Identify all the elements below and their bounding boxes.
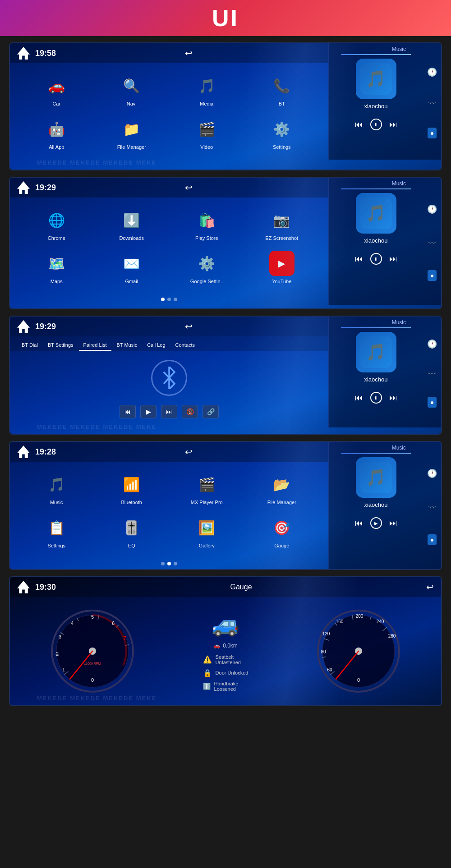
music-art-3[interactable]: 🎵 bbox=[356, 332, 396, 372]
app-mxplayer[interactable]: 🎬 MX Player Pro bbox=[169, 469, 244, 508]
app-music[interactable]: 🎵 Music bbox=[19, 469, 94, 508]
app-ez-screenshot[interactable]: 📷 EZ Screenshot bbox=[244, 205, 320, 243]
back-arrow-5[interactable]: ↩ bbox=[426, 582, 434, 592]
status-handbrake: ℹ️ HandbrakeLoosened bbox=[203, 681, 249, 692]
bt-prev[interactable]: ⏮ bbox=[120, 405, 136, 418]
pause-btn-2[interactable]: ⏸ bbox=[370, 253, 382, 265]
svg-text:0: 0 bbox=[91, 677, 93, 683]
pause-btn-1[interactable]: ⏸ bbox=[370, 119, 382, 130]
prev-btn-4[interactable]: ⏮ bbox=[355, 519, 363, 528]
wifi-icon-2[interactable]: 〰 bbox=[428, 236, 436, 251]
prev-btn-1[interactable]: ⏮ bbox=[355, 120, 363, 129]
svg-text:0: 0 bbox=[357, 677, 360, 683]
blue-btn-3[interactable]: ● bbox=[428, 397, 437, 408]
blue-btn-2[interactable]: ● bbox=[428, 270, 437, 281]
app-video[interactable]: 🎬 Video bbox=[169, 114, 244, 152]
page-title: UI bbox=[212, 5, 239, 32]
dot-1[interactable] bbox=[161, 298, 165, 301]
next-btn-4[interactable]: ⏭ bbox=[389, 519, 397, 528]
clock-icon-4[interactable]: 🕐 bbox=[427, 466, 437, 481]
pause-btn-3[interactable]: ⏸ bbox=[370, 392, 382, 404]
app-play-store[interactable]: 🛍️ Play Store bbox=[169, 205, 244, 243]
back-arrow-4[interactable]: ↩ bbox=[185, 446, 193, 457]
home-icon-2[interactable] bbox=[17, 181, 30, 194]
time-3: 19:29 bbox=[35, 322, 56, 331]
time-5: 19:30 bbox=[35, 583, 56, 592]
app-file-manager[interactable]: 📁 File Manager bbox=[94, 114, 170, 152]
clock-icon-3[interactable]: 🕐 bbox=[427, 336, 437, 352]
music-title-2: xiaochou bbox=[364, 237, 387, 244]
bt-tab-calllog[interactable]: Call Log bbox=[143, 340, 170, 351]
wifi-icon-1[interactable]: 〰 bbox=[428, 96, 436, 111]
dot-4-1[interactable] bbox=[161, 562, 165, 565]
blue-btn-1[interactable]: ● bbox=[428, 128, 437, 138]
pause-btn-4[interactable]: ▶ bbox=[370, 517, 382, 529]
home-icon[interactable] bbox=[17, 47, 30, 60]
home-icon-5[interactable] bbox=[17, 581, 30, 593]
music-title-3: xiaochou bbox=[364, 376, 387, 383]
dot-4-2[interactable] bbox=[167, 562, 171, 565]
app-media[interactable]: 🎵 Media bbox=[169, 70, 244, 109]
door-icon: 🔒 bbox=[203, 669, 212, 677]
wifi-icon-3[interactable]: 〰 bbox=[428, 367, 436, 382]
prev-btn-3[interactable]: ⏮ bbox=[355, 393, 363, 403]
dot-2[interactable] bbox=[167, 298, 171, 301]
screen-2: 19:29 ↩ 🌐 Chrome ⬇️ bbox=[9, 177, 442, 309]
app-eq[interactable]: 🎚️ EQ bbox=[94, 512, 170, 551]
home-icon-3[interactable] bbox=[17, 320, 30, 333]
bt-tab-contacts[interactable]: Contacts bbox=[171, 340, 199, 351]
app-chrome[interactable]: 🌐 Chrome bbox=[19, 205, 94, 243]
app-bt[interactable]: 📞 BT bbox=[244, 70, 320, 109]
music-art-1[interactable]: 🎵 bbox=[356, 59, 396, 99]
app-filemanager2[interactable]: 📂 File Manager bbox=[244, 469, 320, 508]
app-gallery[interactable]: 🖼️ Gallery bbox=[169, 512, 244, 551]
clock-icon-1[interactable]: 🕐 bbox=[427, 64, 437, 80]
prev-btn-2[interactable]: ⏮ bbox=[355, 254, 363, 264]
home-icon-4[interactable] bbox=[17, 445, 30, 458]
next-btn-3[interactable]: ⏭ bbox=[389, 393, 397, 403]
bt-tab-settings[interactable]: BT Settings bbox=[43, 340, 78, 351]
music-bar-3 bbox=[341, 327, 410, 328]
status-door: 🔒 Door Unlocked bbox=[203, 669, 249, 677]
speed-gauge: 60 80 120 160 200 240 280 0 bbox=[313, 606, 404, 696]
clock-icon-2[interactable]: 🕐 bbox=[427, 202, 437, 217]
next-btn-1[interactable]: ⏭ bbox=[389, 120, 397, 129]
right-icons-2: 🕐 〰 ● bbox=[423, 178, 441, 305]
music-art-2[interactable]: 🎵 bbox=[356, 193, 396, 234]
door-text: Door Unlocked bbox=[216, 670, 249, 675]
app-settings2[interactable]: 📋 Settings bbox=[19, 512, 94, 551]
bt-play[interactable]: ▶ bbox=[140, 405, 156, 418]
bt-link[interactable]: 🔗 bbox=[202, 405, 219, 418]
app-car[interactable]: 🚗 Car bbox=[19, 70, 94, 109]
blue-btn-4[interactable]: ● bbox=[428, 534, 437, 545]
app-maps[interactable]: 🗺️ Maps bbox=[19, 248, 94, 287]
wifi-icon-4[interactable]: 〰 bbox=[428, 501, 436, 515]
bt-tab-dial[interactable]: BT Dial bbox=[17, 340, 42, 351]
right-panel-2: Music 🎵 xiaochou ⏮ ⏸ ⏭ 🕐 〰 ● bbox=[328, 178, 441, 305]
bt-next[interactable]: ⏭ bbox=[161, 405, 177, 418]
app-downloads[interactable]: ⬇️ Downloads bbox=[94, 205, 170, 243]
app-gauge[interactable]: 🎯 Gauge bbox=[244, 512, 320, 551]
back-arrow-2[interactable]: ↩ bbox=[185, 182, 193, 193]
app-grid-4: 🎵 Music 📶 Bluetooth 🎬 MX bbox=[10, 462, 328, 558]
status-bar-2: 19:29 ↩ bbox=[10, 178, 328, 197]
app-bluetooth[interactable]: 📶 Bluetooth bbox=[94, 469, 170, 508]
app-gmail[interactable]: ✉️ Gmail bbox=[94, 248, 170, 287]
svg-text:280: 280 bbox=[388, 634, 396, 638]
music-art-4[interactable]: 🎵 bbox=[356, 457, 396, 498]
app-all-app[interactable]: 🤖 All App bbox=[19, 114, 94, 152]
app-google-settings[interactable]: ⚙️ Google Settin.. bbox=[169, 248, 244, 287]
bt-tab-music[interactable]: BT Music bbox=[112, 340, 142, 351]
app-settings[interactable]: ⚙️ Settings bbox=[244, 114, 320, 152]
app-navi[interactable]: 🔍 Navi bbox=[94, 70, 170, 109]
bt-phone[interactable]: 📵 bbox=[182, 405, 198, 418]
next-btn-2[interactable]: ⏭ bbox=[389, 254, 397, 264]
dot-3[interactable] bbox=[174, 298, 177, 301]
dot-4-3[interactable] bbox=[174, 562, 177, 565]
right-panel-1: Music 🎵 xiaochou ⏮ ⏸ ⏭ 🕐 〰 ● bbox=[328, 43, 441, 160]
distance-value: 0.0km bbox=[223, 643, 238, 649]
back-arrow-3[interactable]: ↩ bbox=[185, 321, 193, 332]
back-arrow-1[interactable]: ↩ bbox=[185, 48, 193, 59]
app-youtube[interactable]: ▶ YouTube bbox=[244, 248, 320, 287]
bt-tab-paired[interactable]: Paired List bbox=[79, 340, 111, 351]
